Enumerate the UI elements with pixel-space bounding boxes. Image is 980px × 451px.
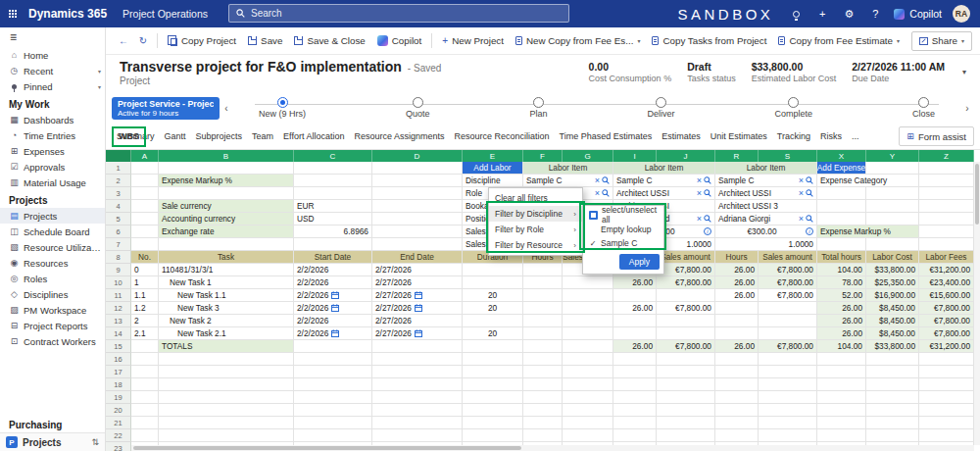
cell-X13[interactable]: 26.00	[817, 315, 866, 327]
submenu-item-empty-lookup[interactable]: Empty lookup	[583, 223, 663, 237]
help-button[interactable]: ?	[867, 6, 883, 22]
calendar-icon[interactable]	[415, 304, 422, 312]
cell-A11[interactable]: 1.1	[131, 289, 159, 302]
cell-C22[interactable]	[294, 429, 372, 442]
cell-G18[interactable]	[563, 378, 613, 391]
cell-I1[interactable]: Labor Item	[613, 162, 715, 175]
calendar-icon[interactable]	[415, 291, 422, 299]
cell-Z1[interactable]	[919, 162, 974, 175]
cell-J18[interactable]	[657, 378, 715, 391]
cell-D3[interactable]	[372, 187, 463, 200]
cell-Y1[interactable]	[866, 162, 919, 175]
row-header-6[interactable]: 6	[106, 226, 131, 238]
column-header-D[interactable]: D	[372, 150, 463, 162]
sidebar-item-expenses[interactable]: ⊞Expenses	[0, 143, 105, 159]
cell-Z18[interactable]	[919, 378, 974, 391]
cell-B8[interactable]: Task	[159, 251, 294, 264]
menu-item-filter-by-discipline[interactable]: Filter by Discipline›	[489, 206, 582, 222]
cell-I15[interactable]: 26.00	[613, 340, 657, 353]
cell-Z12[interactable]: €7,800.00	[919, 302, 974, 315]
cell-B9[interactable]: 110481/31/3/1	[159, 264, 294, 276]
lookup-search-icon[interactable]	[806, 215, 813, 223]
cell-G13[interactable]	[563, 315, 613, 327]
clear-lookup-icon[interactable]: ×	[595, 188, 600, 198]
sidebar-item-roles[interactable]: ◎Roles	[0, 271, 105, 286]
cell-A21[interactable]	[131, 417, 159, 429]
cell-X9[interactable]: 104.00	[817, 264, 866, 276]
cell-B12[interactable]: New Task 3	[159, 302, 294, 315]
sidebar-item-schedule-board[interactable]: ◫Schedule Board	[0, 224, 105, 239]
sidebar-item-projects[interactable]: ▤Projects	[0, 208, 105, 224]
cell-Z16[interactable]	[919, 353, 974, 366]
cell-Y20[interactable]	[866, 404, 919, 417]
cell-E19[interactable]	[463, 391, 523, 404]
lookup-search-icon[interactable]	[602, 189, 610, 197]
cell-Z20[interactable]	[919, 404, 974, 417]
cell-F18[interactable]	[523, 378, 563, 391]
cell-D6[interactable]	[372, 226, 463, 238]
cell-X3[interactable]	[817, 187, 866, 200]
cell-D5[interactable]	[372, 213, 463, 226]
cell-E17[interactable]	[463, 366, 523, 378]
lookup-search-icon[interactable]	[704, 215, 711, 223]
cell-Z11[interactable]: €15,600.00	[919, 289, 974, 302]
tab-risks[interactable]: Risks	[815, 126, 847, 147]
tab-time-phased-estimates[interactable]: Time Phased Estimates	[555, 126, 658, 147]
cell-F11[interactable]	[523, 289, 563, 302]
cell-C21[interactable]	[294, 417, 372, 429]
cell-G10[interactable]	[563, 276, 613, 289]
lightbulb-button[interactable]	[788, 6, 804, 22]
row-header-21[interactable]: 21	[106, 417, 131, 429]
tab-subprojects[interactable]: Subprojects	[191, 126, 248, 147]
cell-C17[interactable]	[294, 366, 372, 378]
cell-X19[interactable]	[817, 391, 866, 404]
cell-I11[interactable]	[613, 289, 657, 302]
cell-Z6[interactable]	[919, 226, 974, 238]
cell-C3[interactable]	[294, 187, 372, 200]
cell-A13[interactable]: 2	[131, 315, 159, 327]
cell-R21[interactable]	[715, 417, 759, 429]
sidebar-item-home[interactable]: ⌂Home	[0, 47, 105, 63]
settings-button[interactable]: ⚙	[841, 6, 857, 22]
cell-Y19[interactable]	[866, 391, 919, 404]
cell-A15[interactable]	[131, 340, 159, 353]
submenu-item-sample-c[interactable]: ✓Sample C	[583, 236, 663, 251]
cell-Y7[interactable]	[866, 238, 919, 251]
cell-G21[interactable]	[563, 417, 613, 429]
calendar-icon[interactable]	[415, 329, 422, 337]
cell-J8[interactable]: Sales amount	[657, 251, 715, 264]
select-all-corner[interactable]	[106, 150, 131, 162]
cell-B18[interactable]	[159, 378, 294, 391]
cell-Z9[interactable]: €31,200.00	[919, 264, 974, 276]
cell-I17[interactable]	[613, 366, 657, 378]
refresh-button[interactable]: ↻	[133, 31, 153, 51]
cell-D2[interactable]	[372, 175, 463, 187]
info-icon[interactable]: i	[806, 227, 813, 235]
cell-X10[interactable]: 78.00	[817, 276, 866, 289]
cell-A6[interactable]	[131, 226, 159, 238]
copy-project-button[interactable]: Copy Project	[162, 29, 242, 53]
sidebar-item-resources[interactable]: ◉Resources	[0, 255, 105, 271]
cell-J9[interactable]: €7,800.00	[657, 264, 715, 276]
cell-E9[interactable]	[463, 264, 523, 276]
row-header-22[interactable]: 22	[106, 429, 131, 442]
cell-S14[interactable]	[759, 327, 817, 340]
bpf-process-tag[interactable]: Project Service - Project ... Active for…	[112, 97, 220, 120]
cell-Z14[interactable]: €7,800.00	[919, 327, 974, 340]
save-button[interactable]: Save	[242, 29, 288, 53]
cell-S11[interactable]: €7,800.00	[759, 289, 817, 302]
cell-S17[interactable]	[759, 366, 817, 378]
row-header-5[interactable]: 5	[106, 213, 131, 226]
sidebar-item-resource-utilization[interactable]: ▧Resource Utilization	[0, 239, 105, 255]
cell-B10[interactable]: New Task 1	[159, 276, 294, 289]
cell-I16[interactable]	[613, 353, 657, 366]
row-header-20[interactable]: 20	[106, 404, 131, 417]
cell-Y18[interactable]	[866, 378, 919, 391]
bpf-stage-close[interactable]: Close	[912, 97, 935, 119]
cell-R20[interactable]	[715, 404, 759, 417]
share-button[interactable]: Share ▾	[911, 31, 972, 51]
cell-D16[interactable]	[372, 353, 463, 366]
cell-G20[interactable]	[563, 404, 613, 417]
cell-Y21[interactable]	[866, 417, 919, 429]
column-header-F[interactable]: F	[523, 150, 563, 162]
